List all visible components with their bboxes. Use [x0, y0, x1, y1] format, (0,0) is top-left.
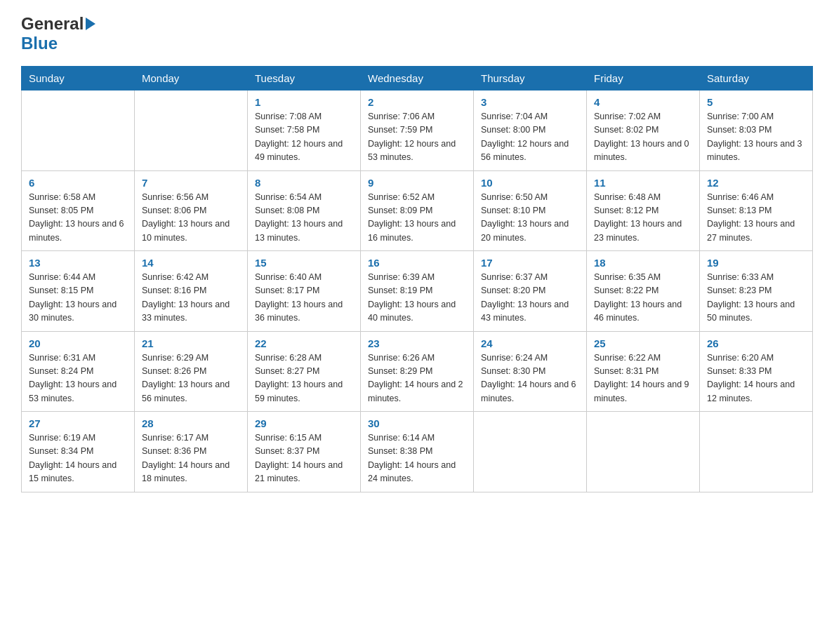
day-number: 20 — [29, 337, 127, 349]
day-number: 17 — [481, 257, 579, 269]
day-number: 14 — [142, 257, 240, 269]
day-number: 15 — [255, 257, 353, 269]
day-number: 21 — [142, 337, 240, 349]
weekday-header-sunday: Sunday — [22, 67, 135, 90]
day-number: 18 — [594, 257, 692, 269]
calendar-cell: 20Sunrise: 6:31 AMSunset: 8:24 PMDayligh… — [22, 331, 135, 412]
day-number: 19 — [707, 257, 805, 269]
calendar-table: SundayMondayTuesdayWednesdayThursdayFrid… — [21, 66, 813, 492]
day-number: 8 — [255, 177, 353, 189]
calendar-cell: 3Sunrise: 7:04 AMSunset: 8:00 PMDaylight… — [474, 90, 587, 171]
calendar-cell — [135, 90, 248, 171]
day-number: 7 — [142, 177, 240, 189]
calendar-cell: 18Sunrise: 6:35 AMSunset: 8:22 PMDayligh… — [587, 251, 700, 332]
day-number: 23 — [368, 337, 466, 349]
day-info: Sunrise: 6:20 AMSunset: 8:33 PMDaylight:… — [707, 351, 805, 406]
calendar-cell: 26Sunrise: 6:20 AMSunset: 8:33 PMDayligh… — [700, 331, 813, 412]
calendar-cell: 5Sunrise: 7:00 AMSunset: 8:03 PMDaylight… — [700, 90, 813, 171]
day-info: Sunrise: 6:15 AMSunset: 8:37 PMDaylight:… — [255, 431, 353, 486]
calendar-cell: 15Sunrise: 6:40 AMSunset: 8:17 PMDayligh… — [248, 251, 361, 332]
day-number: 11 — [594, 177, 692, 189]
calendar-cell: 30Sunrise: 6:14 AMSunset: 8:38 PMDayligh… — [361, 412, 474, 492]
day-info: Sunrise: 6:33 AMSunset: 8:23 PMDaylight:… — [707, 271, 805, 326]
calendar-cell: 11Sunrise: 6:48 AMSunset: 8:12 PMDayligh… — [587, 170, 700, 251]
calendar-cell: 19Sunrise: 6:33 AMSunset: 8:23 PMDayligh… — [700, 251, 813, 332]
calendar-cell: 1Sunrise: 7:08 AMSunset: 7:58 PMDaylight… — [248, 90, 361, 171]
day-number: 1 — [255, 96, 353, 108]
weekday-header-row: SundayMondayTuesdayWednesdayThursdayFrid… — [22, 67, 813, 90]
calendar-cell: 12Sunrise: 6:46 AMSunset: 8:13 PMDayligh… — [700, 170, 813, 251]
calendar-cell: 2Sunrise: 7:06 AMSunset: 7:59 PMDaylight… — [361, 90, 474, 171]
day-number: 4 — [594, 96, 692, 108]
calendar-week-row: 6Sunrise: 6:58 AMSunset: 8:05 PMDaylight… — [22, 170, 813, 251]
day-number: 28 — [142, 417, 240, 429]
calendar-week-row: 20Sunrise: 6:31 AMSunset: 8:24 PMDayligh… — [22, 331, 813, 412]
weekday-header-monday: Monday — [135, 67, 248, 90]
calendar-cell: 28Sunrise: 6:17 AMSunset: 8:36 PMDayligh… — [135, 412, 248, 492]
logo-triangle-icon — [86, 18, 95, 30]
day-info: Sunrise: 7:04 AMSunset: 8:00 PMDaylight:… — [481, 110, 579, 165]
day-number: 13 — [29, 257, 127, 269]
calendar-cell: 13Sunrise: 6:44 AMSunset: 8:15 PMDayligh… — [22, 251, 135, 332]
calendar-cell: 27Sunrise: 6:19 AMSunset: 8:34 PMDayligh… — [22, 412, 135, 492]
calendar-cell: 22Sunrise: 6:28 AMSunset: 8:27 PMDayligh… — [248, 331, 361, 412]
day-number: 30 — [368, 417, 466, 429]
calendar-cell: 9Sunrise: 6:52 AMSunset: 8:09 PMDaylight… — [361, 170, 474, 251]
day-number: 22 — [255, 337, 353, 349]
day-info: Sunrise: 6:42 AMSunset: 8:16 PMDaylight:… — [142, 271, 240, 326]
day-number: 29 — [255, 417, 353, 429]
day-info: Sunrise: 7:00 AMSunset: 8:03 PMDaylight:… — [707, 110, 805, 165]
day-number: 2 — [368, 96, 466, 108]
day-info: Sunrise: 6:29 AMSunset: 8:26 PMDaylight:… — [142, 351, 240, 406]
day-info: Sunrise: 6:40 AMSunset: 8:17 PMDaylight:… — [255, 271, 353, 326]
calendar-cell: 21Sunrise: 6:29 AMSunset: 8:26 PMDayligh… — [135, 331, 248, 412]
calendar-cell — [22, 90, 135, 171]
day-info: Sunrise: 6:31 AMSunset: 8:24 PMDaylight:… — [29, 351, 127, 406]
calendar-cell: 23Sunrise: 6:26 AMSunset: 8:29 PMDayligh… — [361, 331, 474, 412]
calendar-cell: 25Sunrise: 6:22 AMSunset: 8:31 PMDayligh… — [587, 331, 700, 412]
day-number: 3 — [481, 96, 579, 108]
day-info: Sunrise: 6:35 AMSunset: 8:22 PMDaylight:… — [594, 271, 692, 326]
day-number: 26 — [707, 337, 805, 349]
weekday-header-friday: Friday — [587, 67, 700, 90]
day-info: Sunrise: 6:28 AMSunset: 8:27 PMDaylight:… — [255, 351, 353, 406]
calendar-cell: 14Sunrise: 6:42 AMSunset: 8:16 PMDayligh… — [135, 251, 248, 332]
day-info: Sunrise: 6:39 AMSunset: 8:19 PMDaylight:… — [368, 271, 466, 326]
day-info: Sunrise: 6:22 AMSunset: 8:31 PMDaylight:… — [594, 351, 692, 406]
weekday-header-wednesday: Wednesday — [361, 67, 474, 90]
logo-text: GeneralBlue — [21, 14, 95, 53]
day-number: 9 — [368, 177, 466, 189]
day-info: Sunrise: 6:46 AMSunset: 8:13 PMDaylight:… — [707, 191, 805, 246]
calendar-cell: 24Sunrise: 6:24 AMSunset: 8:30 PMDayligh… — [474, 331, 587, 412]
logo: GeneralBlue — [21, 14, 95, 53]
day-info: Sunrise: 6:37 AMSunset: 8:20 PMDaylight:… — [481, 271, 579, 326]
calendar-week-row: 13Sunrise: 6:44 AMSunset: 8:15 PMDayligh… — [22, 251, 813, 332]
day-number: 24 — [481, 337, 579, 349]
calendar-cell — [700, 412, 813, 492]
day-info: Sunrise: 6:50 AMSunset: 8:10 PMDaylight:… — [481, 191, 579, 246]
day-number: 16 — [368, 257, 466, 269]
day-info: Sunrise: 6:52 AMSunset: 8:09 PMDaylight:… — [368, 191, 466, 246]
day-number: 12 — [707, 177, 805, 189]
day-info: Sunrise: 6:44 AMSunset: 8:15 PMDaylight:… — [29, 271, 127, 326]
day-info: Sunrise: 6:54 AMSunset: 8:08 PMDaylight:… — [255, 191, 353, 246]
calendar-cell: 17Sunrise: 6:37 AMSunset: 8:20 PMDayligh… — [474, 251, 587, 332]
weekday-header-thursday: Thursday — [474, 67, 587, 90]
day-info: Sunrise: 7:08 AMSunset: 7:58 PMDaylight:… — [255, 110, 353, 165]
day-number: 27 — [29, 417, 127, 429]
day-info: Sunrise: 6:14 AMSunset: 8:38 PMDaylight:… — [368, 431, 466, 486]
calendar-cell: 7Sunrise: 6:56 AMSunset: 8:06 PMDaylight… — [135, 170, 248, 251]
calendar-cell: 6Sunrise: 6:58 AMSunset: 8:05 PMDaylight… — [22, 170, 135, 251]
day-info: Sunrise: 6:58 AMSunset: 8:05 PMDaylight:… — [29, 191, 127, 246]
calendar-cell — [474, 412, 587, 492]
day-info: Sunrise: 6:56 AMSunset: 8:06 PMDaylight:… — [142, 191, 240, 246]
day-number: 5 — [707, 96, 805, 108]
calendar-week-row: 27Sunrise: 6:19 AMSunset: 8:34 PMDayligh… — [22, 412, 813, 492]
calendar-cell: 4Sunrise: 7:02 AMSunset: 8:02 PMDaylight… — [587, 90, 700, 171]
day-info: Sunrise: 6:26 AMSunset: 8:29 PMDaylight:… — [368, 351, 466, 406]
calendar-cell: 29Sunrise: 6:15 AMSunset: 8:37 PMDayligh… — [248, 412, 361, 492]
calendar-cell: 10Sunrise: 6:50 AMSunset: 8:10 PMDayligh… — [474, 170, 587, 251]
day-info: Sunrise: 6:17 AMSunset: 8:36 PMDaylight:… — [142, 431, 240, 486]
weekday-header-tuesday: Tuesday — [248, 67, 361, 90]
weekday-header-saturday: Saturday — [700, 67, 813, 90]
